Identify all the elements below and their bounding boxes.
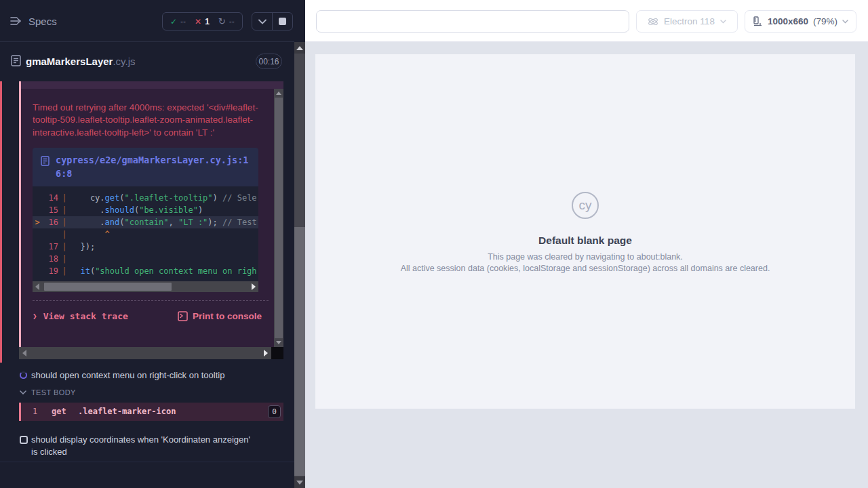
- viewport-button[interactable]: 1000x660 (79%): [745, 10, 856, 33]
- scroll-left-arrow-icon[interactable]: [22, 350, 26, 357]
- url-input[interactable]: [316, 10, 629, 33]
- specs-menu-icon[interactable]: [10, 16, 24, 26]
- aut-toolbar: Electron 118 1000x660 (79%): [305, 0, 868, 42]
- code-line: 14| cy.get(".leaflet-tooltip") // Sele: [33, 192, 258, 204]
- scrollbar-corner: [271, 347, 283, 359]
- error-scrollbar-thumb[interactable]: [275, 98, 283, 338]
- code-horizontal-scrollbar[interactable]: [33, 281, 258, 292]
- console-icon: [178, 311, 188, 321]
- scroll-down-arrow-icon[interactable]: [276, 341, 281, 344]
- collapse-chevron-button[interactable]: [252, 13, 272, 30]
- chevron-down-icon: [842, 20, 848, 24]
- scroll-right-arrow-icon[interactable]: [252, 283, 256, 290]
- codeframe-file-icon: [41, 156, 50, 180]
- codeframe: cypress/e2e/gmaMarkersLayer.cy.js:16:8 1…: [33, 148, 258, 292]
- aut-panel: Electron 118 1000x660 (79%): [305, 0, 868, 488]
- error-panel-top-strip: [21, 81, 283, 89]
- passed-check-icon: ✓: [170, 17, 177, 26]
- chevron-down-icon: [720, 20, 726, 24]
- error-hscroll-track[interactable]: [19, 347, 271, 359]
- error-region: Timed out retrying after 4000ms: expecte…: [19, 81, 283, 359]
- error-divider: [33, 300, 269, 301]
- code-lines: 14| cy.get(".leaflet-tooltip") // Sele 1…: [33, 186, 258, 281]
- scroll-left-arrow-icon[interactable]: [35, 283, 39, 290]
- code-line: 19| it("should open context menu on righ: [33, 265, 258, 277]
- test-body-section-label[interactable]: TEST BODY: [31, 388, 76, 396]
- test-title-running[interactable]: should open context menu on right-click …: [31, 370, 264, 380]
- scroll-down-arrow-icon: [296, 481, 303, 485]
- chevron-down-icon[interactable]: [20, 390, 26, 394]
- viewport-zoom: (79%): [813, 16, 837, 26]
- pending-test-icon: [20, 436, 28, 444]
- command-method: get: [52, 407, 66, 416]
- code-line: 18|: [33, 253, 258, 265]
- cypress-runner: Specs ✓ -- ✕ 1 ↻ --: [0, 0, 868, 488]
- command-log-row[interactable]: 1 get .leaflet-marker-icon 0: [19, 403, 283, 421]
- scroll-up-button[interactable]: [294, 42, 305, 54]
- cypress-logo: cy: [572, 192, 599, 219]
- chevron-right-icon: ❯: [33, 312, 37, 321]
- blank-page-message-2: All active session data (cookies, localS…: [401, 264, 770, 273]
- code-scrollbar-thumb[interactable]: [44, 283, 172, 291]
- running-test-spinner-icon: [20, 371, 27, 379]
- code-line: | ^: [33, 228, 258, 241]
- error-panel: Timed out retrying after 4000ms: expecte…: [19, 81, 283, 347]
- command-number: 1: [33, 407, 37, 416]
- viewport-ruler-icon: [753, 16, 763, 26]
- reporter-panel: Specs ✓ -- ✕ 1 ↻ --: [0, 0, 294, 488]
- stop-icon: [279, 18, 286, 25]
- aut-workspace: cy Default blank page This page was clea…: [305, 42, 868, 488]
- browser-selector-button[interactable]: Electron 118: [636, 10, 738, 33]
- failed-x-icon: ✕: [195, 17, 201, 26]
- stop-button[interactable]: [272, 13, 292, 30]
- spec-timer-badge: 00:16: [256, 54, 282, 69]
- blank-page-title: Default blank page: [538, 235, 632, 247]
- test-stats[interactable]: ✓ -- ✕ 1 ↻ --: [162, 12, 243, 30]
- stat-passed: ✓ --: [170, 17, 186, 26]
- error-vertical-scrollbar[interactable]: [274, 89, 283, 347]
- code-line: >16| .and("contain", "LT :"); // Test: [33, 216, 258, 228]
- spec-name: gmaMarkersLayer.cy.js: [26, 56, 135, 67]
- reporter-scrollbar[interactable]: [294, 42, 305, 488]
- spec-extension: .cy.js: [113, 56, 135, 67]
- reporter-scrollbar-thumb[interactable]: [294, 227, 305, 476]
- failed-test-indicator-bar: [0, 81, 2, 363]
- restart-icon: ↻: [218, 16, 226, 26]
- code-line: 17| });: [33, 241, 258, 253]
- stat-pending: ↻ --: [218, 16, 235, 26]
- spec-file-icon: [11, 55, 21, 66]
- reporter-header: Specs ✓ -- ✕ 1 ↻ --: [0, 0, 294, 42]
- viewport-size: 1000x660: [768, 16, 808, 26]
- command-target: .leaflet-marker-icon: [78, 407, 176, 416]
- error-content: Timed out retrying after 4000ms: expecte…: [33, 89, 274, 321]
- test-title-pending[interactable]: should display coordinates when 'Koordin…: [31, 434, 255, 458]
- electron-icon: [648, 16, 658, 27]
- codeframe-file-link[interactable]: cypress/e2e/gmaMarkersLayer.cy.js:16:8: [33, 148, 258, 186]
- error-actions: ❯ View stack trace Print to console: [33, 311, 262, 321]
- scroll-up-arrow-icon[interactable]: [276, 92, 281, 95]
- error-message: Timed out retrying after 4000ms: expecte…: [33, 102, 258, 139]
- list-bottom-divider: [0, 462, 294, 462]
- command-count-badge: 0: [268, 405, 281, 418]
- aut-blank-page: cy Default blank page This page was clea…: [315, 54, 855, 409]
- code-line: 15| .should("be.visible"): [33, 204, 258, 216]
- specs-title: Specs: [28, 16, 57, 27]
- blank-page-message-1: This page was cleared by navigating to a…: [488, 252, 683, 262]
- spec-header-row[interactable]: gmaMarkersLayer.cy.js 00:16: [0, 42, 294, 81]
- print-to-console-button[interactable]: Print to console: [178, 311, 262, 321]
- scroll-up-arrow-icon: [296, 46, 303, 50]
- run-controls: [252, 12, 293, 30]
- scroll-down-button[interactable]: [294, 476, 305, 488]
- error-horizontal-scrollbar[interactable]: [19, 347, 283, 359]
- scroll-right-arrow-icon[interactable]: [264, 350, 268, 357]
- view-stack-trace-button[interactable]: ❯ View stack trace: [33, 311, 128, 321]
- browser-label: Electron 118: [664, 16, 715, 26]
- stat-failed: ✕ 1: [195, 17, 210, 26]
